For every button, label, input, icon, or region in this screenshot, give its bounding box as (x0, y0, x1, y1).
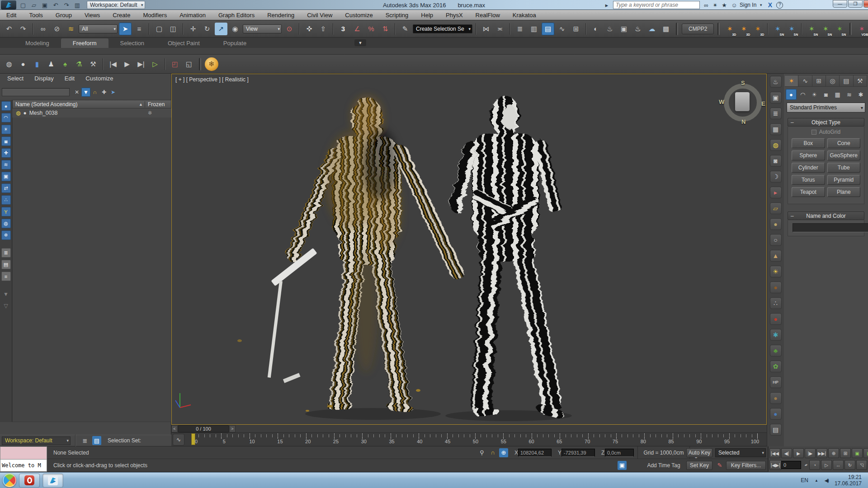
render-teapot-icon[interactable]: ♨ (770, 76, 782, 88)
filter-toggle-icon[interactable]: ▼ (81, 88, 90, 97)
object-name[interactable]: Mesh_0038 (29, 110, 148, 116)
time-slider-frame-box[interactable]: 0 / 100 (178, 425, 229, 432)
mini-curve-editor-icon[interactable]: ∿ (173, 434, 184, 446)
ribbon-tab[interactable]: Populate (212, 38, 258, 48)
primitive-button[interactable]: Sphere (792, 150, 825, 160)
category-helpers-icon[interactable]: ▦ (832, 89, 843, 100)
curve-editor-button[interactable]: ∿ (556, 23, 568, 35)
render-setup-button[interactable]: ♨ (604, 23, 616, 35)
project-folder-button[interactable]: ▥ (72, 1, 82, 9)
open-file-button[interactable]: ▱ (29, 1, 39, 9)
current-frame-field[interactable]: 0 (781, 461, 801, 469)
water-sphere-icon[interactable]: ● (770, 408, 782, 420)
krakatoa-sn-green-3-icon[interactable]: ✶SN (833, 23, 846, 35)
select-and-scale-button[interactable]: ↗ (215, 23, 227, 35)
sim-step-button[interactable]: ▶| (135, 58, 147, 70)
compass-north[interactable]: N (741, 118, 745, 125)
help-icon[interactable]: ? (776, 2, 783, 9)
plugin-list-icon[interactable]: ◱ (183, 58, 195, 70)
krakatoa-sn-green-2-icon[interactable]: ✶SN (819, 23, 832, 35)
hammer-icon[interactable]: ⚒ (87, 58, 99, 70)
menu-item[interactable]: RealFlow (469, 10, 506, 20)
menu-item[interactable]: Tools (23, 10, 49, 20)
krakatoa-vdb-1-icon[interactable]: ✶VDB (855, 23, 868, 35)
scene-explorer-menu-item[interactable]: Select (3, 75, 28, 82)
zoom-extents-icon[interactable]: ▣ (852, 448, 863, 458)
manage-layers-icon[interactable]: ≣ (80, 436, 90, 445)
environment-moon-icon[interactable]: ☽ (770, 171, 782, 183)
align-button[interactable]: ≍ (494, 23, 506, 35)
auto-key-button[interactable]: Auto Key (686, 448, 712, 457)
menu-item[interactable]: Group (49, 10, 78, 20)
primitive-button[interactable]: Cone (827, 138, 861, 148)
redo-qat-button[interactable]: ↷ (61, 1, 71, 9)
material-editor-button[interactable]: ◐ (590, 23, 602, 35)
se-display-cameras-icon[interactable]: ◙ (1, 136, 11, 146)
sim-reset-button[interactable]: |◀ (107, 58, 119, 70)
menu-item[interactable]: Create (106, 10, 137, 20)
communication-center-icon[interactable]: ✴ (711, 2, 720, 9)
scene-explorer-toggle-icon[interactable]: ▤ (92, 436, 101, 445)
isolate-selection-icon[interactable]: ▣ (618, 461, 627, 470)
se-display-frozen-icon[interactable]: ❄ (1, 230, 11, 240)
circle-shape-icon[interactable]: ○ (770, 234, 782, 246)
sim-preview-button[interactable]: ▷ (149, 58, 161, 70)
lock-icon[interactable]: ∩ (90, 88, 99, 97)
fov-region-icon[interactable]: ▷ (821, 460, 832, 470)
time-config-icon[interactable]: ◔ (809, 460, 820, 470)
maxscript-mini-listener-white[interactable]: Welcome to M (0, 460, 47, 472)
workspace-bottom-dropdown[interactable]: Workspace: Default (2, 436, 71, 445)
named-sets-dropdown[interactable]: Create Selection Se (413, 24, 472, 33)
capsule-body-icon[interactable]: ▮ (31, 58, 43, 70)
category-geometry-icon[interactable]: ● (786, 89, 797, 100)
orbit-icon[interactable]: ↻ (844, 460, 855, 470)
toggle-scene-explorer-button[interactable]: ▤ (542, 23, 554, 35)
se-display-shapes-icon[interactable]: ◠ (1, 113, 11, 122)
se-display-groups-icon[interactable]: ▣ (1, 172, 11, 181)
viewcube-compass[interactable]: S W E N (722, 81, 764, 124)
object-type-rollout-header[interactable]: – Object Type (788, 118, 864, 127)
primitive-button[interactable]: Cylinder (792, 163, 825, 173)
key-mode-dropdown[interactable]: Selected (715, 448, 766, 457)
se-display-bones-icon[interactable]: Y (1, 207, 11, 216)
new-file-button[interactable]: ▢ (18, 1, 28, 9)
light-bulb-icon[interactable]: ◍ (16, 110, 20, 116)
pan-hand-icon[interactable]: ↔ (833, 460, 844, 470)
previous-frame-arrow[interactable]: < (171, 425, 178, 432)
start-button[interactable] (3, 474, 16, 487)
menu-item[interactable]: Modifiers (137, 10, 173, 20)
physics-atom-icon[interactable]: ✱ (770, 329, 782, 341)
category-cameras-icon[interactable]: ◙ (821, 89, 831, 100)
goto-start-button[interactable]: |◀◀ (769, 448, 780, 458)
menu-item[interactable]: Help (415, 10, 439, 20)
geosphere-icon[interactable]: ● (770, 218, 782, 230)
zoom-all-icon[interactable]: ⊞ (840, 448, 851, 458)
se-collapse-all-icon[interactable]: ▤ (1, 260, 11, 269)
primitive-button[interactable]: Plane (827, 187, 861, 197)
render-a360-button[interactable]: ☁ (646, 23, 658, 35)
minimize-button[interactable]: — (833, 0, 847, 8)
se-display-xrefs-icon[interactable]: ⇄ (1, 183, 11, 193)
spreadsheet-icon[interactable]: ▤ (770, 424, 782, 436)
se-display-lights-icon[interactable]: ☀ (1, 125, 11, 134)
camera-view-icon[interactable]: ◙ (770, 155, 782, 167)
restore-button[interactable]: ❐ (848, 0, 863, 8)
speaker-icon[interactable]: ◀) (825, 478, 828, 483)
selection-filter-dropdown[interactable]: All (79, 24, 118, 33)
rendered-frame-button[interactable]: ▣ (618, 23, 630, 35)
select-by-name-button[interactable]: ≡ (133, 23, 146, 35)
maxscript-mini-listener-pink[interactable] (0, 446, 47, 460)
collapse-icon[interactable]: – (791, 213, 794, 219)
menu-item[interactable]: Scripting (379, 10, 415, 20)
menu-item[interactable]: Civil View (301, 10, 339, 20)
compass-south[interactable]: S (741, 80, 745, 86)
primitive-button[interactable]: Pyramid (827, 175, 861, 185)
category-shapes-icon[interactable]: ◠ (797, 89, 808, 100)
manage-layers-icon[interactable]: ≣ (514, 23, 526, 35)
angle-snap-icon[interactable]: ∠ (351, 23, 363, 35)
flask-icon[interactable]: ⚗ (73, 58, 85, 70)
tab-motion[interactable]: ◎ (826, 75, 840, 87)
ragdoll-icon[interactable]: ♟ (45, 58, 57, 70)
krakatoa-sn-green-1-icon[interactable]: ✶SN (805, 23, 818, 35)
menu-item[interactable]: Krakatoa (506, 10, 542, 20)
